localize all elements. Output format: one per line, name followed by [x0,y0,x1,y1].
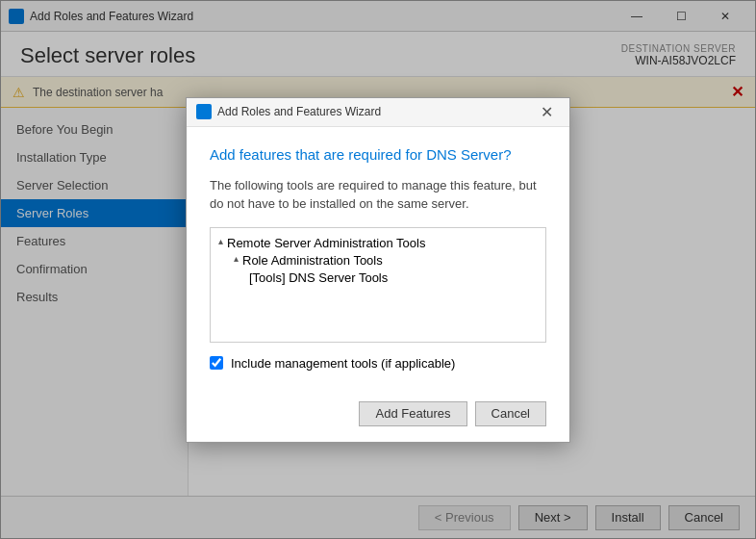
modal-overlay: Add Roles and Features Wizard ✕ Add feat… [0,0,756,539]
dialog: Add Roles and Features Wizard ✕ Add feat… [186,97,570,443]
dialog-body: Add features that are required for DNS S… [187,127,569,401]
tree-label-dns-tools: [Tools] DNS Server Tools [249,270,388,285]
tree-label-remote-admin: Remote Server Administration Tools [227,236,425,250]
tree-children-2: [Tools] DNS Server Tools [234,270,538,285]
include-management-tools-checkbox[interactable] [210,356,223,370]
tree-node-role-admin: ▴ Role Administration Tools [234,253,538,268]
add-features-button[interactable]: Add Features [359,401,466,426]
dialog-footer: Add Features Cancel [187,401,569,442]
checkbox-row: Include management tools (if applicable) [210,356,546,371]
include-management-tools-label[interactable]: Include management tools (if applicable) [231,356,455,371]
dialog-cancel-button[interactable]: Cancel [475,401,546,426]
dialog-title-bar: Add Roles and Features Wizard ✕ [187,98,569,127]
dialog-heading: Add features that are required for DNS S… [210,146,546,163]
tree-arrow-role-admin: ▴ [234,253,239,264]
tree-node-dns-tools: [Tools] DNS Server Tools [249,270,538,285]
tree-children-1: ▴ Role Administration Tools [Tools] DNS … [218,253,538,285]
dialog-app-icon [196,104,212,119]
tree-node-remote-admin: ▴ Remote Server Administration Tools [218,236,538,250]
dialog-tree-area: ▴ Remote Server Administration Tools ▴ R… [210,227,546,343]
dialog-description: The following tools are required to mana… [210,176,546,214]
tree-arrow-remote-admin: ▴ [218,236,223,246]
tree-label-role-admin: Role Administration Tools [242,253,383,268]
dialog-title-text: Add Roles and Features Wizard [217,105,533,118]
dialog-close-button[interactable]: ✕ [533,98,560,125]
